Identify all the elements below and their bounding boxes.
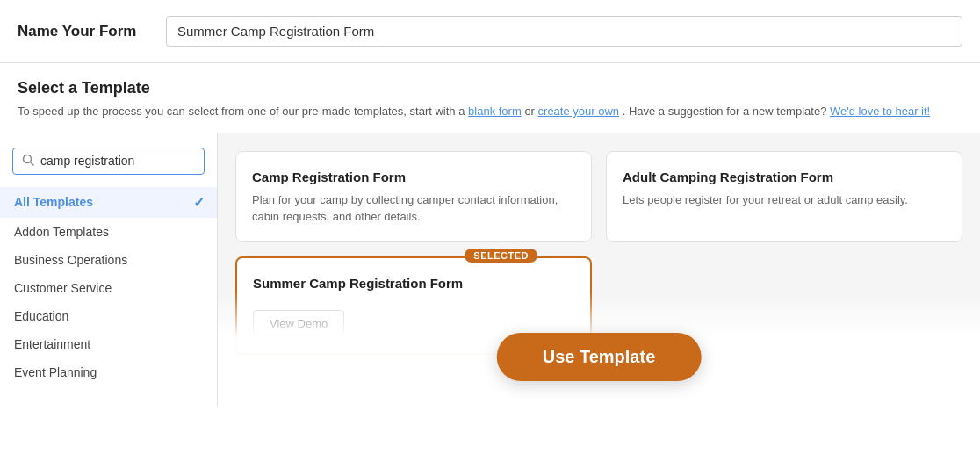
svg-line-1 — [31, 162, 34, 165]
name-form-row: Name Your Form — [0, 0, 980, 63]
sidebar-label-all-templates: All Templates — [14, 195, 93, 209]
template-card-camp-registration[interactable]: Camp Registration Form Plan for your cam… — [235, 151, 592, 242]
select-template-section: Select a Template To speed up the proces… — [0, 63, 980, 120]
desc-text-1: To speed up the process you can select f… — [18, 104, 468, 118]
template-card-desc-camp: Plan for your camp by collecting camper … — [252, 191, 575, 226]
sidebar-item-event-planning[interactable]: Event Planning — [0, 358, 217, 386]
use-template-overlay: Use Template — [497, 333, 702, 381]
select-template-desc: To speed up the process you can select f… — [18, 103, 962, 120]
sidebar-item-all-templates[interactable]: All Templates ✓ — [0, 187, 217, 218]
sidebar-label-entertainment: Entertainment — [14, 337, 90, 351]
search-input[interactable] — [40, 154, 195, 168]
view-demo-button[interactable]: View Demo — [253, 310, 344, 337]
name-form-label: Name Your Form — [18, 23, 145, 40]
sidebar-item-education[interactable]: Education — [0, 302, 217, 330]
link-create-own[interactable]: create your own — [538, 104, 620, 118]
sidebar-label-education: Education — [14, 309, 68, 323]
sidebar-item-customer-service[interactable]: Customer Service — [0, 274, 217, 302]
sidebar: All Templates ✓ Addon Templates Business… — [0, 133, 218, 406]
template-card-adult-camping[interactable]: Adult Camping Registration Form Lets peo… — [606, 151, 962, 242]
sidebar-label-addon-templates: Addon Templates — [14, 225, 109, 239]
sidebar-item-business-operations[interactable]: Business Operations — [0, 246, 217, 274]
sidebar-label-business-operations: Business Operations — [14, 253, 127, 267]
checkmark-icon: ✓ — [193, 194, 205, 211]
desc-text-2: or — [524, 104, 537, 118]
templates-grid: Camp Registration Form Plan for your cam… — [235, 151, 962, 355]
selected-badge: SELECTED — [465, 249, 537, 263]
desc-text-3: . Have a suggestion for a new template? — [623, 104, 830, 118]
sidebar-label-customer-service: Customer Service — [14, 281, 112, 295]
sidebar-label-event-planning: Event Planning — [14, 365, 97, 379]
template-card-title-summer: Summer Camp Registration Form — [253, 276, 574, 291]
template-card-desc-adult: Lets people register for your retreat or… — [623, 191, 946, 209]
templates-area: Camp Registration Form Plan for your cam… — [218, 133, 980, 406]
sidebar-item-addon-templates[interactable]: Addon Templates — [0, 218, 217, 246]
link-blank-form[interactable]: blank form — [468, 104, 522, 118]
search-box — [12, 148, 205, 175]
sidebar-item-entertainment[interactable]: Entertainment — [0, 330, 217, 358]
form-name-input[interactable] — [166, 16, 962, 47]
template-card-title-adult: Adult Camping Registration Form — [623, 169, 946, 184]
search-wrapper — [0, 148, 217, 187]
use-template-button[interactable]: Use Template — [497, 333, 702, 381]
select-template-title: Select a Template — [18, 79, 962, 97]
main-content: All Templates ✓ Addon Templates Business… — [0, 133, 980, 406]
link-suggestion[interactable]: We'd love to hear it! — [830, 104, 930, 118]
page-container: Name Your Form Select a Template To spee… — [0, 0, 980, 454]
search-icon — [22, 154, 34, 169]
template-card-title-camp: Camp Registration Form — [252, 169, 575, 184]
